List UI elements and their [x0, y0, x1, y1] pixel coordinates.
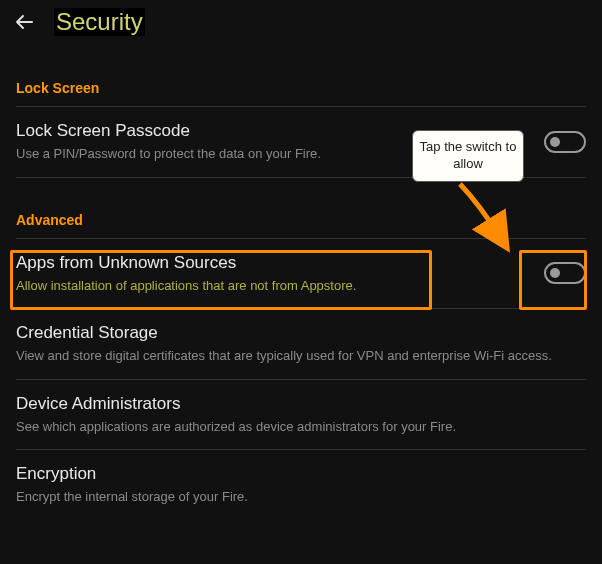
row-desc: See which applications are authorized as…	[16, 418, 586, 436]
row-title: Encryption	[16, 464, 586, 484]
row-text: Credential Storage View and store digita…	[16, 323, 586, 365]
row-credential-storage[interactable]: Credential Storage View and store digita…	[16, 309, 586, 379]
row-device-administrators[interactable]: Device Administrators See which applicat…	[16, 380, 586, 450]
section-header-advanced: Advanced	[16, 178, 586, 238]
row-desc: Encrypt the internal storage of your Fir…	[16, 488, 586, 506]
row-text: Apps from Unknown Sources Allow installa…	[16, 253, 524, 295]
row-title: Credential Storage	[16, 323, 586, 343]
unknown-sources-toggle[interactable]	[544, 262, 586, 284]
annotation-callout: Tap the switch to allow	[412, 130, 524, 182]
row-encryption[interactable]: Encryption Encrypt the internal storage …	[16, 450, 586, 520]
row-text: Device Administrators See which applicat…	[16, 394, 586, 436]
row-desc: Allow installation of applications that …	[16, 277, 524, 295]
row-unknown-sources[interactable]: Apps from Unknown Sources Allow installa…	[16, 239, 586, 309]
row-title: Device Administrators	[16, 394, 586, 414]
section-header-lockscreen: Lock Screen	[16, 46, 586, 106]
toggle-knob-icon	[550, 268, 560, 278]
row-desc: View and store digital certificates that…	[16, 347, 586, 365]
back-arrow-icon[interactable]	[12, 10, 36, 34]
content-area: Lock Screen Lock Screen Passcode Use a P…	[0, 46, 602, 520]
page-title: Security	[54, 8, 145, 36]
row-title: Apps from Unknown Sources	[16, 253, 524, 273]
passcode-toggle[interactable]	[544, 131, 586, 153]
row-text: Encryption Encrypt the internal storage …	[16, 464, 586, 506]
toggle-knob-icon	[550, 137, 560, 147]
header-bar: Security	[0, 0, 602, 46]
